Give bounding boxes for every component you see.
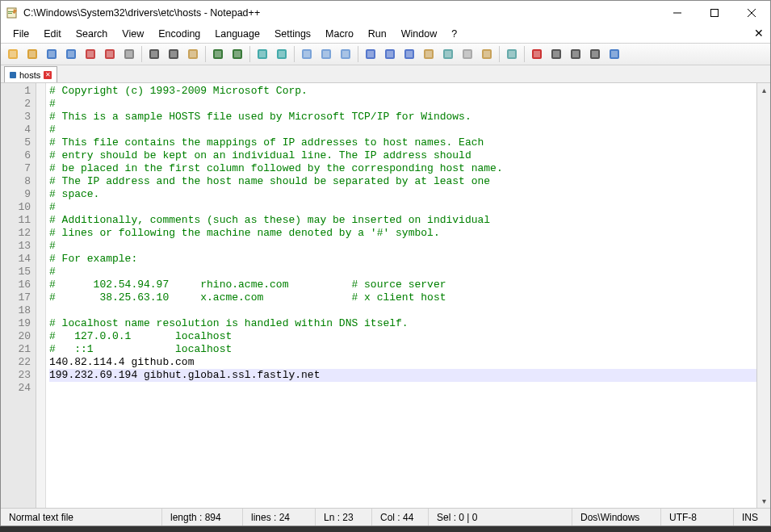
editor-line[interactable]: # entry should be kept on an individual … bbox=[49, 149, 767, 162]
menu-edit[interactable]: Edit bbox=[36, 27, 69, 41]
editor-line[interactable] bbox=[49, 304, 767, 317]
editor-line[interactable]: # 38.25.63.10 x.acme.com # x client host bbox=[49, 291, 767, 304]
open-button[interactable] bbox=[23, 45, 41, 63]
doc-map-button[interactable] bbox=[439, 45, 457, 63]
zoom-in-button[interactable] bbox=[298, 45, 316, 63]
maximize-button[interactable] bbox=[696, 1, 733, 25]
scroll-up-icon[interactable]: ▴ bbox=[757, 83, 770, 97]
editor-line[interactable]: # be placed in the first column followed… bbox=[49, 162, 767, 175]
editor-line[interactable]: # localhost name resolution is handled w… bbox=[49, 317, 767, 330]
line-number: 2 bbox=[2, 98, 31, 111]
menu-search[interactable]: Search bbox=[69, 27, 115, 41]
editor-line[interactable]: # bbox=[49, 124, 767, 136]
svg-rect-10 bbox=[29, 51, 36, 57]
editor-line[interactable]: # bbox=[49, 98, 767, 111]
close-button[interactable] bbox=[733, 1, 770, 25]
zoom-out-button[interactable] bbox=[317, 45, 335, 63]
editor-line[interactable]: # bbox=[49, 201, 767, 214]
folder-button[interactable] bbox=[478, 45, 496, 63]
copy-button[interactable] bbox=[165, 45, 182, 63]
editor-line[interactable]: # This is a sample HOSTS file used by Mi… bbox=[49, 111, 767, 124]
editor-line[interactable]: # Additionally, comments (such as these)… bbox=[49, 214, 767, 227]
save-macro-button[interactable] bbox=[605, 45, 623, 63]
minimize-button[interactable] bbox=[659, 1, 696, 25]
vertical-scrollbar[interactable]: ▴ ▾ bbox=[756, 83, 770, 508]
save-button[interactable] bbox=[43, 45, 61, 63]
status-encoding: UTF-8 bbox=[661, 509, 734, 526]
func-list-icon bbox=[461, 48, 474, 61]
zoom-in-icon bbox=[300, 48, 313, 61]
toolbar-separator bbox=[141, 46, 142, 62]
copy-icon bbox=[167, 48, 180, 61]
svg-rect-38 bbox=[323, 51, 329, 57]
editor-line[interactable]: # The IP address and the host name shoul… bbox=[49, 175, 767, 188]
line-number: 16 bbox=[2, 279, 31, 291]
svg-rect-16 bbox=[87, 51, 94, 57]
undo-button[interactable] bbox=[209, 45, 227, 63]
stop-button[interactable] bbox=[547, 45, 565, 63]
menu-macro[interactable]: Macro bbox=[318, 27, 361, 41]
svg-rect-14 bbox=[68, 51, 74, 57]
editor-line[interactable]: # 102.54.94.97 rhino.acme.com # source s… bbox=[49, 279, 767, 291]
find-button[interactable] bbox=[254, 45, 271, 63]
line-number: 24 bbox=[2, 382, 31, 395]
play-many-button[interactable] bbox=[586, 45, 604, 63]
menu-language[interactable]: Language bbox=[207, 27, 267, 41]
editor-line[interactable] bbox=[49, 382, 767, 395]
editor-line[interactable]: # For example: bbox=[49, 253, 767, 266]
cut-button[interactable] bbox=[145, 45, 163, 63]
menu-encoding[interactable]: Encoding bbox=[151, 27, 207, 41]
save-all-button[interactable] bbox=[62, 45, 80, 63]
svg-rect-2 bbox=[8, 13, 12, 14]
close-button[interactable] bbox=[82, 45, 99, 63]
editor-line[interactable]: # Copyright (c) 1993-2009 Microsoft Corp… bbox=[49, 85, 767, 98]
record-button[interactable] bbox=[528, 45, 546, 63]
play-button[interactable] bbox=[567, 45, 585, 63]
indent-guide-button[interactable] bbox=[400, 45, 418, 63]
svg-rect-24 bbox=[170, 51, 177, 57]
svg-rect-20 bbox=[126, 51, 132, 57]
editor-line[interactable]: # lines or following the machine name de… bbox=[49, 227, 767, 240]
func-list-button[interactable] bbox=[459, 45, 476, 63]
line-number: 11 bbox=[2, 214, 31, 227]
menu-help[interactable]: ? bbox=[444, 27, 464, 41]
tab-hosts[interactable]: hosts ✕ bbox=[4, 66, 57, 82]
editor-line[interactable]: 199.232.69.194 gibhut.global.ssl.fastly.… bbox=[49, 369, 767, 382]
svg-rect-32 bbox=[259, 51, 266, 57]
replace-button[interactable] bbox=[273, 45, 291, 63]
print-button[interactable] bbox=[120, 45, 138, 63]
paste-button[interactable] bbox=[184, 45, 202, 63]
text-editor[interactable]: # Copyright (c) 1993-2009 Microsoft Corp… bbox=[46, 83, 770, 508]
replace-icon bbox=[275, 48, 288, 61]
sync-button[interactable] bbox=[337, 45, 354, 63]
editor-line[interactable]: # 127.0.0.1 localhost bbox=[49, 330, 767, 343]
menu-file[interactable]: File bbox=[6, 27, 36, 41]
mdi-close-icon[interactable]: ✕ bbox=[754, 27, 764, 40]
tab-close-icon[interactable]: ✕ bbox=[44, 71, 52, 79]
play-icon bbox=[569, 48, 582, 61]
status-ln: Ln : 23 bbox=[316, 509, 372, 526]
new-button[interactable] bbox=[4, 45, 22, 63]
scroll-down-icon[interactable]: ▾ bbox=[757, 494, 770, 508]
notepadpp-window: C:\Windows\System32\drivers\etc\hosts - … bbox=[0, 0, 771, 526]
line-number: 1 bbox=[2, 85, 31, 98]
monitor-button[interactable] bbox=[503, 45, 521, 63]
editor-line[interactable]: # This file contains the mappings of IP … bbox=[49, 136, 767, 149]
menu-run[interactable]: Run bbox=[361, 27, 394, 41]
editor-line[interactable]: 140.82.114.4 github.com bbox=[49, 356, 767, 369]
editor-line[interactable]: # bbox=[49, 240, 767, 253]
editor-line[interactable]: # ::1 localhost bbox=[49, 343, 767, 356]
menu-window[interactable]: Window bbox=[394, 27, 444, 41]
svg-rect-58 bbox=[534, 51, 540, 57]
editor-line[interactable]: # space. bbox=[49, 188, 767, 201]
allchars-button[interactable] bbox=[381, 45, 399, 63]
line-number: 8 bbox=[2, 175, 31, 188]
menu-view[interactable]: View bbox=[115, 27, 151, 41]
close-all-button[interactable] bbox=[101, 45, 119, 63]
redo-button[interactable] bbox=[228, 45, 246, 63]
svg-rect-48 bbox=[425, 51, 432, 57]
wordwrap-button[interactable] bbox=[362, 45, 379, 63]
udl-button[interactable] bbox=[420, 45, 438, 63]
menu-settings[interactable]: Settings bbox=[267, 27, 318, 41]
editor-line[interactable]: # bbox=[49, 266, 767, 279]
